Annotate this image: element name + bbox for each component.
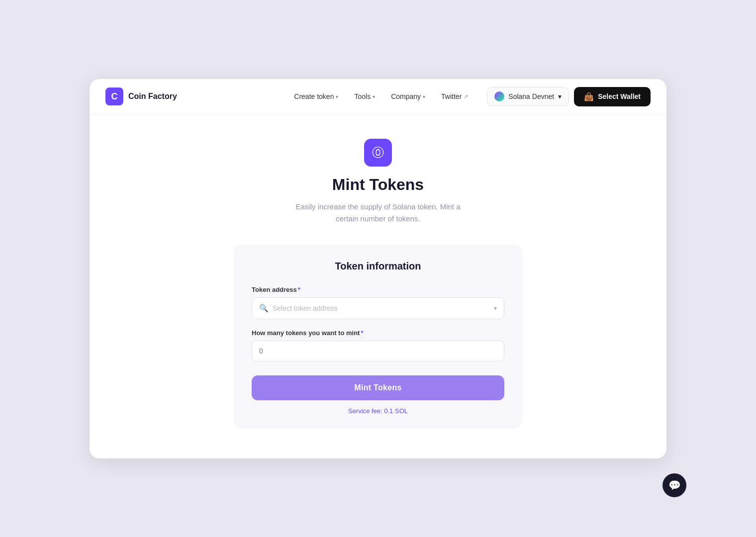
mint-amount-field: How many tokens you want to mint* bbox=[252, 329, 504, 361]
token-address-field: Token address* 🔍 Select token address ▾ bbox=[252, 286, 504, 319]
brand-name: Coin Factory bbox=[128, 92, 177, 101]
service-fee: Service fee: 0.1 SOL bbox=[252, 407, 504, 415]
nav-item-tools[interactable]: Tools ▾ bbox=[347, 89, 382, 104]
token-address-placeholder: Select token address bbox=[273, 304, 490, 312]
token-address-label: Token address* bbox=[252, 286, 504, 293]
hero-icon: ⓪ bbox=[364, 139, 392, 167]
select-wallet-button[interactable]: 👜 Select Wallet bbox=[574, 87, 651, 106]
mint-amount-input[interactable] bbox=[252, 341, 504, 361]
search-icon: 🔍 bbox=[259, 304, 269, 313]
network-chevron: ▾ bbox=[558, 92, 562, 100]
chevron-down-icon: ▾ bbox=[336, 94, 338, 99]
nav-links: Create token ▾ Tools ▾ Company ▾ Twitter… bbox=[287, 89, 475, 104]
form-card-title: Token information bbox=[252, 261, 504, 272]
nav-item-twitter[interactable]: Twitter ↗ bbox=[434, 89, 475, 104]
nav-actions: Solana Devnet ▾ 👜 Select Wallet bbox=[487, 87, 651, 106]
wallet-icon: 👜 bbox=[584, 92, 594, 101]
chat-button[interactable]: 💬 bbox=[662, 473, 686, 497]
mint-amount-label: How many tokens you want to mint* bbox=[252, 329, 504, 337]
brand-logo: C bbox=[105, 88, 123, 105]
page-title: Mint Tokens bbox=[332, 176, 424, 194]
chevron-down-icon: ▾ bbox=[373, 94, 375, 99]
form-card: Token information Token address* 🔍 Selec… bbox=[234, 245, 522, 429]
main-content: ⓪ Mint Tokens Easily increase the supply… bbox=[90, 115, 666, 458]
brand: C Coin Factory bbox=[105, 88, 177, 105]
nav-item-create-token[interactable]: Create token ▾ bbox=[287, 89, 345, 104]
network-selector[interactable]: Solana Devnet ▾ bbox=[487, 87, 569, 106]
chevron-down-icon: ▾ bbox=[423, 94, 425, 99]
hero-description: Easily increase the supply of Solana tok… bbox=[284, 201, 472, 225]
chevron-down-icon: ▾ bbox=[494, 305, 497, 312]
chat-icon: 💬 bbox=[668, 479, 681, 491]
nav-item-company[interactable]: Company ▾ bbox=[384, 89, 432, 104]
network-icon bbox=[494, 91, 504, 101]
network-label: Solana Devnet bbox=[508, 92, 554, 100]
token-address-select[interactable]: 🔍 Select token address ▾ bbox=[252, 297, 504, 319]
external-link-icon: ↗ bbox=[464, 93, 468, 100]
navbar: C Coin Factory Create token ▾ Tools ▾ Co… bbox=[90, 79, 666, 115]
mint-tokens-button[interactable]: Mint Tokens bbox=[252, 375, 504, 400]
